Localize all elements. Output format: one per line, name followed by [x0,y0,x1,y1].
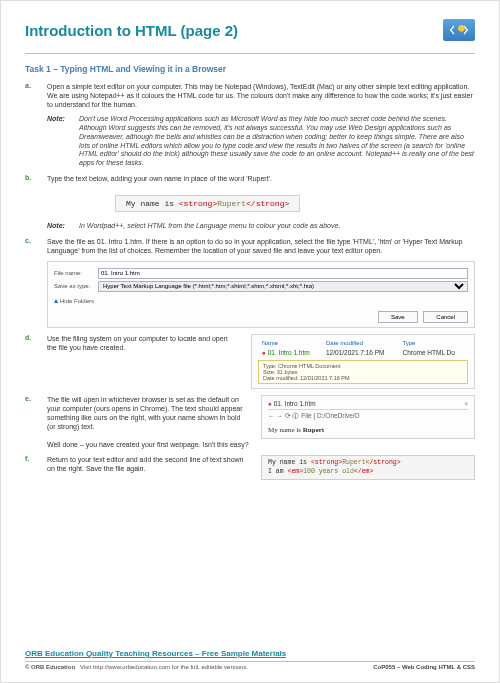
page-title: Introduction to HTML (page 2) [25,22,238,39]
item-text: The file will open in whichever browser … [47,395,249,450]
html-file-icon: ● [268,400,272,407]
logo-icon [443,19,475,41]
save-button[interactable]: Save [378,311,418,323]
item-text: Return to your text editor and add the s… [47,455,249,473]
browser-window: ● 01. Intro 1.htm× ← → ⟳ 🛈 File | D:/One… [261,395,475,439]
tooltip: Type: Chrome HTML DocumentSize: 31 bytes… [258,360,468,384]
item-letter: f. [25,455,37,473]
item-letter: b. [25,174,37,183]
item-text: Save the file as 01. Intro 1.htm. If the… [47,237,475,255]
code-example-2: My name is <strong>Rupert</strong> I am … [261,455,475,480]
task-heading: Task 1 – Typing HTML and Viewing it in a… [25,64,475,74]
code-example: My name is <strong>Rupert</strong> [115,195,300,212]
note-label: Note: [47,222,69,231]
item-letter: c. [25,237,37,255]
save-dialog: File name: Save as type:Hyper Text Marku… [47,261,475,328]
cancel-button[interactable]: Cancel [423,311,468,323]
svg-point-0 [458,25,465,32]
html-file-icon: ● [262,349,266,356]
note-label: Note: [47,115,69,168]
note-text: In Wordpad++, select HTML from the Langu… [79,222,475,231]
close-icon[interactable]: × [464,400,468,407]
chevron-up-icon: ▴ [54,296,58,305]
item-letter: d. [25,334,37,352]
file-item[interactable]: 01. Intro 1.htm [268,349,310,356]
file-explorer: NameDate modifiedType ● 01. Intro 1.htm1… [251,334,475,389]
lock-icon: 🛈 [292,412,299,419]
saveas-select[interactable]: Hyper Text Markup Language file (*.html;… [98,281,468,292]
item-text: Open a simple text editor on your comput… [47,82,475,109]
item-text: Type the text below, adding your own nam… [47,174,475,183]
filename-input[interactable] [98,268,468,279]
note-text: Don't use Word Processing applications s… [79,115,475,168]
footer: ORB Education Quality Teaching Resources… [25,649,475,670]
item-letter: a. [25,82,37,109]
divider [25,53,475,54]
item-letter: e. [25,395,37,450]
item-text: Use the filing system on your computer t… [47,334,239,352]
